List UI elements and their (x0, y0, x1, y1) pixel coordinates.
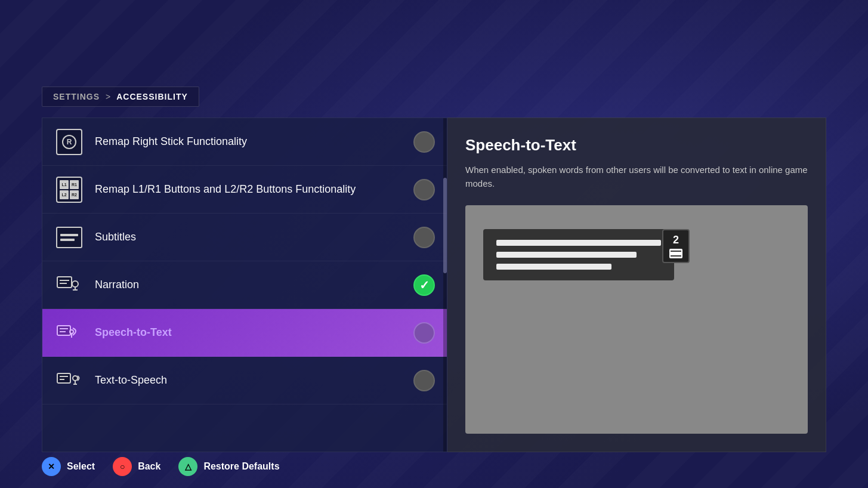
menu-item-remap-buttons-label: Remap L1/R1 Buttons and L2/R2 Buttons Fu… (95, 183, 413, 196)
chat-line-1 (496, 240, 661, 246)
toggle-narration (413, 274, 435, 296)
action-select[interactable]: ✕ Select (42, 457, 95, 476)
toggle-remap-buttons (413, 179, 435, 200)
menu-item-remap-right-stick[interactable]: R Remap Right Stick Functionality (42, 118, 447, 166)
menu-item-remap-right-stick-label: Remap Right Stick Functionality (95, 135, 413, 148)
scroll-thumb (443, 178, 447, 273)
svg-point-3 (72, 281, 78, 287)
preview-area: 2 (465, 205, 808, 434)
x-button-icon: ✕ (42, 457, 61, 476)
svg-rect-0 (57, 277, 72, 288)
badge-icon (669, 249, 682, 258)
menu-item-speech-to-text[interactable]: Speech-to-Text (42, 309, 447, 357)
menu-item-subtitles[interactable]: Subtitles (42, 214, 447, 261)
action-restore-defaults[interactable]: △ Restore Defaults (178, 457, 279, 476)
svg-rect-11 (57, 373, 70, 383)
scroll-indicator[interactable] (443, 118, 447, 452)
o-button-icon: ○ (113, 457, 132, 476)
svg-rect-6 (57, 326, 70, 335)
menu-item-narration-label: Narration (95, 279, 413, 291)
menu-item-subtitles-label: Subtitles (95, 231, 413, 243)
toggle-subtitles (413, 227, 435, 248)
text-to-speech-icon (54, 366, 84, 396)
bottom-bar: ✕ Select ○ Back △ Restore Defaults (42, 457, 826, 476)
chat-line-3 (496, 264, 611, 270)
detail-description: When enabled, spoken words from other us… (465, 163, 808, 190)
remap-right-stick-icon: R (54, 127, 84, 157)
menu-item-text-to-speech-label: Text-to-Speech (95, 374, 413, 387)
breadcrumb-current: ACCESSIBILITY (116, 92, 188, 101)
narration-icon (54, 270, 84, 300)
content-area: R Remap Right Stick Functionality L1 R1 … (42, 118, 826, 452)
chat-line-2 (496, 252, 637, 258)
breadcrumb-settings: SETTINGS (53, 92, 100, 101)
breadcrumb-separator: > (106, 92, 110, 101)
toggle-text-to-speech (413, 370, 435, 391)
speech-to-text-icon (54, 318, 84, 348)
right-panel: Speech-to-Text When enabled, spoken word… (447, 118, 826, 452)
breadcrumb: SETTINGS > ACCESSIBILITY (42, 87, 199, 107)
preview-chat-box (483, 229, 674, 280)
detail-title: Speech-to-Text (465, 136, 808, 155)
menu-item-speech-to-text-label: Speech-to-Text (95, 326, 413, 339)
toggle-remap-right-stick (413, 131, 435, 153)
remap-buttons-icon: L1 R1 L2 R2 (54, 175, 84, 205)
triangle-button-icon: △ (178, 457, 197, 476)
menu-item-narration[interactable]: Narration (42, 261, 447, 309)
toggle-speech-to-text (413, 322, 435, 344)
action-back-label: Back (138, 461, 160, 472)
action-back[interactable]: ○ Back (113, 457, 160, 476)
svg-point-9 (70, 330, 73, 333)
badge-number: 2 (673, 234, 679, 246)
action-restore-defaults-label: Restore Defaults (203, 461, 279, 472)
action-select-label: Select (67, 461, 95, 472)
left-panel: R Remap Right Stick Functionality L1 R1 … (42, 118, 447, 452)
subtitles-icon (54, 223, 84, 252)
menu-item-text-to-speech[interactable]: Text-to-Speech (42, 357, 447, 404)
preview-badge: 2 (662, 229, 690, 263)
menu-item-remap-buttons[interactable]: L1 R1 L2 R2 Remap L1/R1 Buttons and L2/R… (42, 166, 447, 214)
svg-point-14 (73, 376, 78, 381)
